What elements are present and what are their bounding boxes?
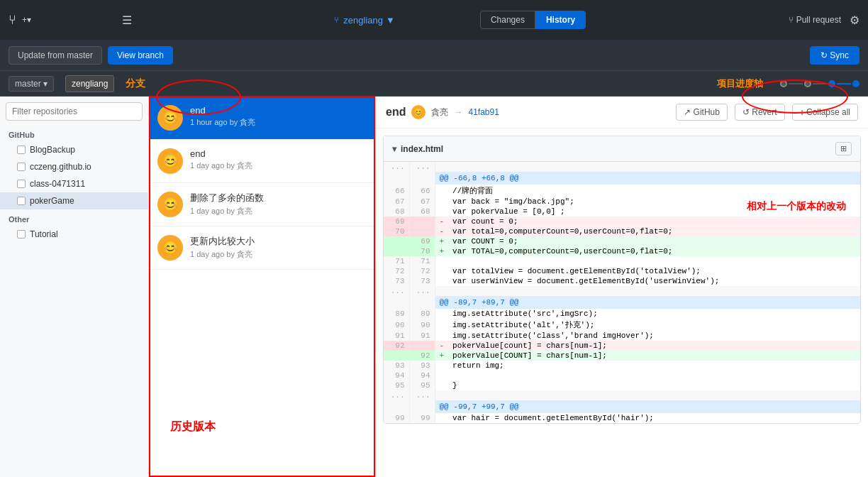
- diff-author-avatar: 😊: [411, 105, 425, 119]
- file-expand-chevron-icon: ▾: [392, 144, 396, 154]
- diff-sign: [435, 276, 448, 286]
- sidebar-item-label: cczeng.github.io: [30, 162, 91, 172]
- app-logo-icon: ⑂: [9, 13, 16, 28]
- collapse-all-button[interactable]: ↕ Collapse all: [792, 104, 858, 121]
- diff-line-num-r: 95: [409, 380, 435, 390]
- diff-sign: [435, 331, 448, 341]
- sidebar-toggle-icon[interactable]: ☰: [122, 13, 132, 27]
- sidebar-item-label: Tutorial: [30, 229, 58, 239]
- diff-sign: [435, 361, 448, 371]
- sidebar-item-blogbackup[interactable]: BlogBackup: [0, 141, 148, 158]
- diff-line-num-r: 93: [409, 361, 435, 371]
- diff-sign: [435, 197, 448, 207]
- repo-icon: [17, 230, 26, 238]
- commit-item-1[interactable]: 😊 end 1 day ago by 貪亮: [149, 140, 375, 183]
- revert-button[interactable]: ↺ Revert: [735, 104, 785, 121]
- diff-normal-row: 7272 var totalView = document.getElement…: [384, 266, 860, 276]
- diff-sign: +: [435, 236, 448, 246]
- master-branch-dropdown[interactable]: master ▾: [9, 76, 54, 92]
- commit-avatar-0: 😊: [157, 105, 183, 131]
- diff-hunk-row: @@ -66,8 +66,8 @@: [384, 172, 860, 185]
- diff-line-num-r: ...: [409, 390, 435, 400]
- commit-message-1: end: [190, 148, 367, 159]
- branch-annotation: 分支: [126, 77, 145, 90]
- top-bar-center: ⑂ zengliang ▼ Changes History: [138, 11, 783, 29]
- diff-line-num-l: [384, 246, 409, 256]
- diff-normal-row: 6868 var pokerValue = [0,0] ;: [384, 207, 860, 216]
- progress-dot-3: [828, 80, 835, 87]
- diff-line-num-l: 92: [384, 341, 409, 351]
- filter-repositories-input[interactable]: [6, 102, 143, 121]
- diff-line-num-l: [384, 236, 409, 246]
- commit-item-0[interactable]: 😊 end 1 hour ago by 貪亮: [149, 97, 375, 140]
- diff-sign: +: [435, 246, 448, 256]
- update-from-master-button[interactable]: Update from master: [9, 46, 102, 65]
- diff-line-num-r: [409, 172, 435, 185]
- sidebar-item-pokergame[interactable]: pokerGame: [0, 192, 148, 209]
- second-toolbar: Update from master View branch ↻ Sync: [0, 40, 868, 71]
- sidebar-item-tutorial[interactable]: Tutorial: [0, 226, 148, 243]
- diff-sign: [435, 309, 448, 319]
- pull-request-label: Pull request: [796, 15, 841, 25]
- diff-line-code: var COUNT = 0;: [448, 236, 860, 246]
- zengliang-branch-label: zengliang: [72, 79, 108, 89]
- diff-line-num-l: [384, 351, 409, 361]
- diff-line-num-l: 73: [384, 276, 409, 286]
- repo-icon: [17, 146, 26, 154]
- diff-line-code: [448, 256, 860, 266]
- diff-dots-code: [448, 286, 860, 296]
- diff-line-num-r: 67: [409, 197, 435, 207]
- history-tab[interactable]: History: [535, 11, 586, 29]
- commit-item-2[interactable]: 😊 删除了多余的函数 1 day ago by 貪亮: [149, 183, 375, 226]
- changes-tab[interactable]: Changes: [480, 11, 535, 29]
- diff-line-num-l: 68: [384, 207, 409, 216]
- pull-request-icon: ⑂: [789, 15, 794, 25]
- settings-gear-button[interactable]: ⚙: [850, 13, 859, 27]
- diff-line-num-r: 89: [409, 309, 435, 319]
- diff-line-num-r: 71: [409, 256, 435, 266]
- commit-message-3: 更新内比较大小: [190, 235, 367, 248]
- diff-line-num-r: ...: [409, 286, 435, 296]
- user-dropdown[interactable]: zengliang ▼: [343, 15, 395, 26]
- add-button[interactable]: +▾: [22, 15, 31, 25]
- commit-item-3[interactable]: 😊 更新内比较大小 1 day ago by 貪亮: [149, 226, 375, 270]
- file-expand-button[interactable]: ⊞: [835, 142, 852, 155]
- progress-dot-2: [804, 80, 811, 87]
- sync-button[interactable]: ↻ Sync: [810, 46, 859, 65]
- diff-header: end 😊 貪亮 → 41fab91 ↗ GitHub ↺ Revert ↕ C…: [376, 97, 868, 128]
- pull-request-button[interactable]: ⑂ Pull request: [789, 15, 841, 25]
- commit-meta-0: 1 hour ago by 貪亮: [190, 117, 367, 128]
- diff-line-num-r: [409, 216, 435, 226]
- diff-line-code: var back = "img/back.jpg";: [448, 197, 860, 207]
- diff-dots-sign: [435, 286, 448, 296]
- dropdown-arrow: ▼: [386, 15, 395, 26]
- diff-hunk-row: @@ -99,7 +99,7 @@: [384, 400, 860, 413]
- diff-sign: [435, 256, 448, 266]
- other-section-label: Other: [0, 209, 148, 226]
- diff-sha-arrow: →: [454, 107, 462, 117]
- diff-line-code: }: [448, 380, 860, 390]
- view-branch-button[interactable]: View branch: [108, 46, 173, 65]
- progress-line-3: [837, 83, 851, 84]
- diff-commit-title: end: [386, 106, 406, 119]
- diff-added-row: 70+ var TOTAL=0,computerCount=0,userCoun…: [384, 246, 860, 256]
- zengliang-branch-item[interactable]: zengliang: [65, 75, 114, 92]
- diff-normal-row: 9090 img.setAttribute('alt','扑克');: [384, 319, 860, 331]
- diff-line-code: img.setAttribute('alt','扑克');: [448, 319, 860, 331]
- sidebar-item-label: pokerGame: [30, 196, 74, 206]
- diff-line-num-r: [409, 341, 435, 351]
- commit-avatar-1: 😊: [157, 148, 183, 174]
- diff-line-code: var TOTAL=0,computerCount=0,userCount=0,…: [448, 246, 860, 256]
- sidebar-item-cczeng[interactable]: cczeng.github.io: [0, 158, 148, 175]
- commit-info-1: end 1 day ago by 貪亮: [190, 148, 367, 171]
- github-link-button[interactable]: ↗ GitHub: [676, 104, 728, 121]
- sidebar-item-class[interactable]: class-0471311: [0, 175, 148, 192]
- diff-line-num-r: 99: [409, 413, 435, 423]
- repo-icon: [17, 163, 26, 171]
- git-icon: ⑂: [334, 15, 339, 25]
- diff-line-num-r: 91: [409, 331, 435, 341]
- repo-icon: [17, 180, 26, 188]
- diff-line-num-l: 89: [384, 309, 409, 319]
- diff-dots-row: ......: [384, 286, 860, 296]
- diff-line-code: var hair = document.getElementById('hair…: [448, 413, 860, 423]
